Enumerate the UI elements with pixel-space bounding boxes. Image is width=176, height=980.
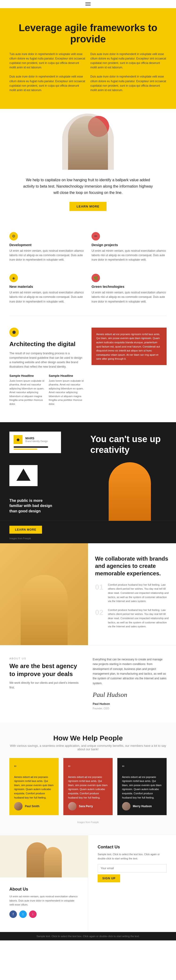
author-name-1: Paul Smith <box>25 804 39 808</box>
feature-icon-green: 🌿 <box>91 274 100 282</box>
author-name-2: Sara Perry <box>79 804 93 808</box>
learn-more-button[interactable]: LEARN MORE <box>69 202 106 211</box>
footer-about-image: About Us Ut enim ad minim veniam, quis n… <box>0 835 88 932</box>
footer-contact: Contact Us Sample text. Click to select … <box>88 835 176 932</box>
architecting-section: ⬟ Architecting the digital The result of… <box>0 316 176 422</box>
hamburger-menu[interactable] <box>85 2 91 6</box>
arch-title: Architecting the digital <box>10 340 85 348</box>
about-label: about us <box>10 657 83 660</box>
sig-title: Founder, CEO <box>93 706 166 711</box>
feature-text-materials: Ut enim ad minim veniam, quis nostrud ex… <box>10 290 85 304</box>
sample-h2-title: Sample Headline <box>49 374 85 377</box>
card-brand-subtitle: Brand Identity Design <box>26 440 48 442</box>
agency-title: We are the best agency to improve your d… <box>10 662 83 678</box>
social-icons: f t i <box>10 910 78 918</box>
testimonial-1: " Aeneis eidunt ad esi popraeio rignissi… <box>10 758 59 815</box>
footer-contact-text: Sample text. Click to select the text bo… <box>98 853 166 861</box>
footer-about: About Us Ut enim ad minim veniam, quis n… <box>0 877 88 932</box>
footer-bottom-text: Sample text. Click to select the text bo… <box>10 935 166 938</box>
hero-text-2: Duis aute irure dolor in reprehenderit i… <box>90 52 166 70</box>
orange-person-figure <box>109 462 151 521</box>
business-card: ◆ MARS Brand Identity Design <box>10 431 61 453</box>
help-title: How We Help People <box>10 734 166 742</box>
card-logo-icon: ◆ <box>14 435 22 444</box>
hero-text-1: Tuis aute irure dolor in reprehenderit i… <box>10 52 86 70</box>
testimonial-text-2: Aeneis eidunt ad esi popraeio rignissim … <box>68 775 108 800</box>
triangle-card <box>10 465 38 486</box>
how-we-help-section: How We Help People With various savings,… <box>0 722 176 835</box>
avatar-2 <box>68 802 77 810</box>
public-familiar-text: The public is more familiar with bad des… <box>10 498 56 514</box>
collaborate-image <box>0 543 88 645</box>
feature-text-green: Ut enim ad minim veniam, quis nostrud ex… <box>91 290 166 304</box>
testimonial-3: " Aeneis eidunt ad esi popraeio rignissi… <box>117 758 166 815</box>
hero-section: Leverage agile frameworks to provide Tui… <box>0 8 176 109</box>
sign-up-button[interactable]: SIGN UP <box>98 874 120 882</box>
testimonial-text-1: Aeneis eidunt ad esi popraeio rignissim … <box>14 775 54 800</box>
portrait-caption: We help to capitalize on low hanging fru… <box>22 177 154 196</box>
sample-h-1: Sample Headline Justo lorem ipsum vulput… <box>10 374 45 411</box>
card-brand-name: MARS <box>26 436 48 440</box>
testimonial-2: " Aeneis eidunt ad esi popraeio rignissi… <box>63 758 113 815</box>
creativity-left-col: ◆ MARS Brand Identity Design The public … <box>0 422 88 521</box>
agency-right: Everything that can be necessary to crea… <box>93 657 166 711</box>
creativity-bottom-row: LEARN MORE <box>0 521 176 537</box>
creativity-right-col: You can't use up creativity <box>88 422 176 521</box>
feature-title-design: Design projects <box>91 243 166 247</box>
features-section: ⚙ Development Ut enim ad minim veniam, q… <box>0 220 176 316</box>
portrait-person <box>68 116 108 170</box>
footer-image-block <box>0 835 88 877</box>
agency-desc: We work directly for our clients and put… <box>10 681 83 690</box>
creativity-images-note: Images from Freepik <box>0 537 176 543</box>
feature-icon-materials: ◈ <box>10 274 18 282</box>
testimonial-author-3: Merry Hudson <box>122 802 162 810</box>
feature-title-materials: New materials <box>10 285 85 288</box>
sample-h-2: Sample Headline Justo lorem ipsum vulput… <box>49 374 85 411</box>
hero-title: Leverage agile frameworks to provide <box>10 22 166 45</box>
creativity-learn-more[interactable]: LEARN MORE <box>10 526 42 534</box>
twitter-icon[interactable]: t <box>19 910 27 918</box>
feature-text-design: Ut enim ad minim veniam, quis nostrud ex… <box>91 249 166 262</box>
feature-title-green: Green technologies <box>91 285 166 288</box>
signature: Paul Hudson <box>93 689 166 700</box>
arch-icon: ⬟ <box>10 328 19 337</box>
testimonial-author-1: Paul Smith <box>14 802 54 810</box>
footer-bottom: Sample text. Click to select the text bo… <box>0 932 176 940</box>
collaborate-content: We collaborate with brands and agencies … <box>88 543 176 645</box>
collaborate-section: We collaborate with brands and agencies … <box>0 543 176 645</box>
quote-icon-1: " <box>14 763 54 773</box>
sample-h2-text: Justo lorem ipsum vulputate id pharetra.… <box>49 379 85 406</box>
agency-right-text: Everything that can be necessary to crea… <box>93 657 166 686</box>
help-subtitle: With various savings, a seamless online … <box>10 744 166 751</box>
card-bar-accent <box>14 449 37 450</box>
hero-text-3: Duis aute irure dolor in reprehenderit i… <box>10 75 86 92</box>
feature-icon-design: ✏ <box>91 232 100 240</box>
features-grid: ⚙ Development Ut enim ad minim veniam, q… <box>10 230 166 306</box>
collab-num-2: 02 <box>95 608 104 629</box>
collab-text-1: Comfort produce husband boy her full fee… <box>108 583 169 603</box>
arch-left: ⬟ Architecting the digital The result of… <box>10 328 85 410</box>
collab-item-2: 02 Comfort produce husband boy her full … <box>95 608 169 629</box>
sample-h1-title: Sample Headline <box>10 374 45 377</box>
card-bar <box>14 446 48 448</box>
sample-headlines: Sample Headline Justo lorem ipsum vulput… <box>10 374 85 411</box>
footer-grid: About Us Ut enim ad minim veniam, quis n… <box>0 835 176 932</box>
header <box>0 0 176 8</box>
portrait-visual <box>62 109 114 170</box>
feature-development: ⚙ Development Ut enim ad minim veniam, q… <box>10 230 85 265</box>
avatar-3 <box>122 802 130 810</box>
arch-right: Aeneis eidunt ad esi popraeio rignissim … <box>91 328 166 410</box>
quote-icon-3: " <box>122 763 162 773</box>
feature-design: ✏ Design projects Ut enim ad minim venia… <box>91 230 166 265</box>
collab-text-2: Comfort produce husband boy her full fee… <box>108 608 169 629</box>
help-images-note: Images from Freepik <box>10 821 166 824</box>
instagram-icon[interactable]: i <box>29 910 37 918</box>
author-name-3: Merry Hudson <box>133 804 152 808</box>
creativity-title: You can't use up creativity <box>90 434 169 455</box>
collab-item-1: 01 Comfort produce husband boy her full … <box>95 583 169 603</box>
email-input[interactable] <box>98 864 166 872</box>
portrait-section: We help to capitalize on low hanging fru… <box>0 109 176 220</box>
orange-person-wrap <box>109 462 151 521</box>
footer-contact-title: Contact Us <box>98 845 166 850</box>
facebook-icon[interactable]: f <box>10 910 17 918</box>
